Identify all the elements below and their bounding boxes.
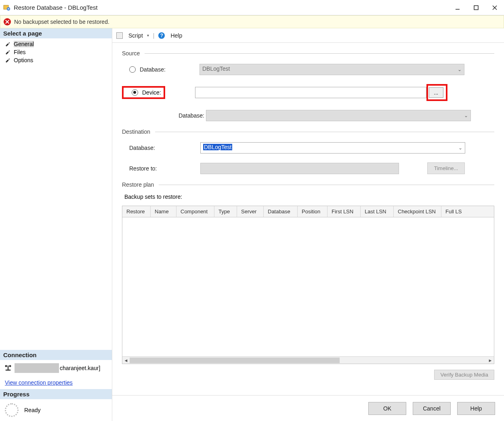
ok-button[interactable]: OK — [368, 402, 406, 415]
title-bar: Restore Database - DBLogTest — [0, 0, 504, 15]
table-body-empty — [122, 217, 494, 356]
restore-plan-heading: Restore plan — [122, 181, 494, 188]
help-icon: ? — [158, 32, 165, 39]
page-item-options[interactable]: Options — [2, 56, 110, 64]
chevron-down-icon: ⌄ — [458, 67, 462, 72]
chevron-down-icon: ⌄ — [458, 145, 462, 151]
radio-source-device[interactable] — [132, 89, 138, 96]
page-item-label: Options — [14, 57, 33, 63]
connection-user: charanjeet.kaur] — [60, 365, 100, 371]
restore-to-field — [200, 163, 399, 174]
source-heading: Source — [122, 50, 494, 57]
restore-to-label: Restore to: — [129, 165, 200, 172]
app-icon — [3, 4, 10, 11]
highlight-device-radio: Device: — [122, 86, 165, 99]
timeline-button[interactable]: Timeline... — [427, 162, 465, 174]
svg-rect-2 — [8, 8, 9, 9]
script-icon — [116, 32, 123, 39]
scroll-left-icon[interactable]: ◄ — [122, 358, 130, 363]
radio-source-database[interactable] — [129, 66, 136, 73]
server-icon — [4, 364, 12, 372]
source-database-row: Database: DBLogTest ⌄ — [122, 64, 494, 75]
source-device-label: Device: — [142, 89, 161, 96]
wrench-icon — [5, 57, 11, 63]
scroll-thumb[interactable] — [130, 358, 340, 363]
cancel-button[interactable]: Cancel — [413, 402, 451, 415]
device-db-combo[interactable]: ⌄ — [206, 110, 471, 121]
destination-db-label: Database: — [129, 145, 200, 151]
maximize-button[interactable] — [467, 0, 485, 15]
backup-sets-label: Backup sets to restore: — [124, 194, 494, 200]
progress-label: Ready — [24, 407, 40, 413]
dialog-footer: OK Cancel Help — [112, 395, 504, 421]
destination-heading: Destination — [122, 128, 494, 135]
verify-backup-media-button[interactable]: Verify Backup Media — [434, 370, 494, 380]
destination-database-row: Database: DBLogTest ⌄ — [122, 142, 494, 154]
help-button[interactable]: Help — [457, 402, 495, 415]
error-icon — [4, 18, 11, 25]
device-db-label: Database: — [146, 112, 206, 119]
svg-point-7 — [5, 365, 7, 367]
horizontal-scrollbar[interactable]: ◄ ► — [122, 356, 494, 364]
redacted-server — [15, 363, 59, 373]
close-button[interactable] — [485, 0, 504, 15]
spinner-icon — [5, 403, 19, 417]
window-title: Restore Database - DBLogTest — [14, 4, 448, 11]
highlight-browse-button: ... — [426, 84, 447, 101]
page-item-general[interactable]: General — [2, 40, 110, 48]
svg-rect-10 — [6, 370, 11, 371]
connection-info: charanjeet.kaur] — [0, 360, 112, 376]
sidebar: Select a page General Files Options — [0, 28, 112, 421]
page-item-files[interactable]: Files — [2, 48, 110, 56]
chevron-down-icon: ⌄ — [464, 113, 468, 118]
restore-to-row: Restore to: Timeline... — [122, 162, 494, 174]
view-connection-properties-link[interactable]: View connection properties — [0, 376, 112, 389]
backup-sets-table: Restore Name Component Type Server Datab… — [122, 206, 494, 364]
script-button[interactable]: Script — [128, 32, 143, 39]
select-page-heading: Select a page — [0, 28, 112, 38]
wrench-icon — [5, 41, 11, 47]
device-path-input[interactable] — [195, 87, 426, 98]
scroll-right-icon[interactable]: ► — [487, 358, 494, 363]
main-panel: Script ▾ | ? Help Source Database: DBLog… — [112, 28, 504, 421]
svg-rect-4 — [474, 6, 478, 10]
alert-bar: No backupset selected to be restored. — [0, 15, 504, 28]
source-database-label: Database: — [140, 66, 200, 73]
minimize-button[interactable] — [448, 0, 467, 15]
progress-status: Ready — [0, 399, 112, 421]
table-header: Restore Name Component Type Server Datab… — [122, 206, 494, 217]
source-device-database-row: Database: ⌄ — [122, 110, 494, 121]
connection-heading: Connection — [0, 350, 112, 360]
toolbar: Script ▾ | ? Help — [112, 28, 504, 43]
page-item-label: General — [14, 41, 34, 47]
alert-message: No backupset selected to be restored. — [14, 19, 109, 25]
toolbar-separator: | — [153, 32, 155, 39]
destination-db-combo[interactable]: DBLogTest ⌄ — [200, 142, 465, 154]
source-database-combo: DBLogTest ⌄ — [200, 64, 464, 75]
script-dropdown[interactable]: ▾ — [147, 33, 149, 38]
source-device-row: Device: ... — [122, 84, 494, 101]
wrench-icon — [5, 49, 11, 55]
svg-point-8 — [9, 365, 11, 367]
browse-device-button[interactable]: ... — [429, 87, 443, 98]
progress-heading: Progress — [0, 389, 112, 399]
page-item-label: Files — [14, 49, 26, 55]
help-button[interactable]: Help — [170, 32, 182, 39]
